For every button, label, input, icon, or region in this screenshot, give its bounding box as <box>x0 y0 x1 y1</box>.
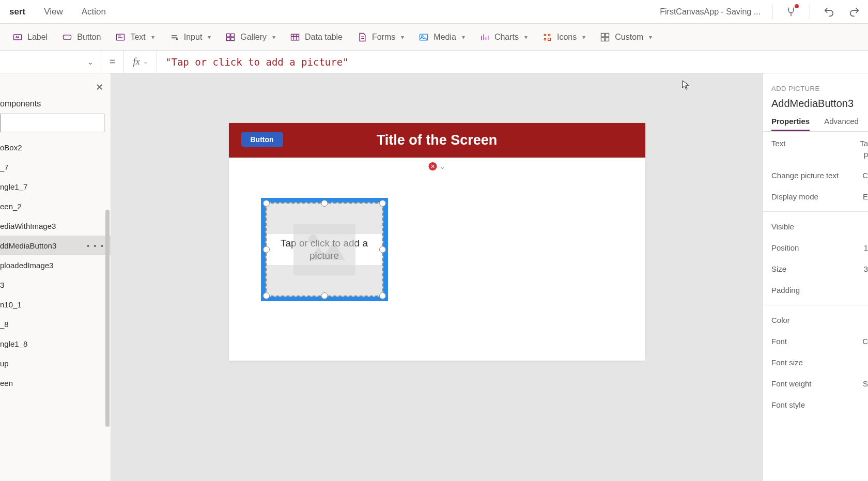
tree-item[interactable]: ngle1_8• • • <box>0 334 111 353</box>
prop-label: Display mode <box>771 192 818 201</box>
svg-rect-16 <box>601 37 605 41</box>
more-options-button[interactable]: • • • <box>87 241 104 250</box>
prop-display-mode[interactable]: Display mode E <box>771 186 868 207</box>
ribbon-datatable[interactable]: Data table <box>290 32 343 42</box>
tab-advanced[interactable]: Advanced <box>824 117 859 131</box>
ribbon-icons[interactable]: Icons ▾ <box>542 32 585 42</box>
svg-rect-4 <box>227 34 230 37</box>
tree-item[interactable]: n10_1• • • <box>0 294 111 314</box>
svg-rect-14 <box>601 33 605 37</box>
selection-frame[interactable]: Tap or click to add a picture <box>266 203 383 297</box>
chevron-down-icon: ⌄ <box>143 58 148 65</box>
app-checker-icon[interactable] <box>784 5 798 19</box>
control-name-label[interactable]: AddMediaButton3 <box>771 98 868 110</box>
resize-handle[interactable] <box>321 200 328 207</box>
prop-visible[interactable]: Visible <box>771 216 868 237</box>
prop-label: Change picture text <box>771 171 839 180</box>
tree-item[interactable]: 3• • • <box>0 275 111 294</box>
app-screen[interactable]: Button Title of the Screen ✕ ⌄ Tap or cl… <box>229 123 645 361</box>
prop-text-cont: p <box>771 150 868 165</box>
search-input[interactable] <box>0 114 104 132</box>
tree-item[interactable]: ediaWithImage3• • • <box>0 216 111 236</box>
tree-item[interactable]: een_2• • • <box>0 196 111 216</box>
prop-font-weight[interactable]: Font weight S <box>771 373 868 394</box>
ribbon-label-text: Charts <box>494 33 519 42</box>
ribbon-text[interactable]: Text ▾ <box>115 32 154 42</box>
chevron-down-icon: ▾ <box>582 34 585 41</box>
prop-font-size[interactable]: Font size <box>771 352 868 373</box>
tree-item[interactable]: een• • • <box>0 373 111 393</box>
svg-rect-6 <box>227 37 230 40</box>
resize-handle[interactable] <box>263 246 270 253</box>
prop-padding[interactable]: Padding <box>771 280 868 301</box>
tree-item[interactable]: ngle1_7• • • <box>0 177 111 196</box>
ribbon-label-text: Label <box>27 33 48 42</box>
notification-dot <box>795 4 799 8</box>
prop-label: Visible <box>771 222 794 231</box>
tree-item-label: ediaWithImage3 <box>0 222 56 230</box>
tab-view[interactable]: View <box>35 0 72 23</box>
app-status-text: FirstCanvasApp - Saving ... <box>660 7 761 17</box>
property-selector[interactable]: ⌄ <box>0 51 101 73</box>
ribbon-custom[interactable]: Custom ▾ <box>600 32 652 42</box>
tree-item[interactable]: oBox2• • • <box>0 137 111 157</box>
resize-handle[interactable] <box>379 246 386 253</box>
ribbon-input[interactable]: Input ▾ <box>169 32 211 42</box>
prop-font[interactable]: Font C <box>771 331 868 352</box>
tree-item[interactable]: _8• • • <box>0 314 111 334</box>
resize-handle[interactable] <box>379 292 386 299</box>
ribbon-label-text: Icons <box>557 33 577 42</box>
tree-item-label: n10_1 <box>0 300 22 309</box>
insert-ribbon: Label Button Text ▾ Input ▾ Gallery ▾ Da… <box>0 24 868 51</box>
svg-point-12 <box>549 34 550 36</box>
chevron-down-icon: ▾ <box>462 34 465 41</box>
panel-title: omponents <box>0 73 111 114</box>
ribbon-charts[interactable]: Charts ▾ <box>479 32 528 42</box>
ribbon-forms[interactable]: Forms ▾ <box>357 32 404 42</box>
scrollbar-thumb[interactable] <box>105 210 110 427</box>
resize-handle[interactable] <box>263 200 270 207</box>
prop-text[interactable]: Text Ta <box>771 132 868 150</box>
tree-item-label: een <box>0 379 13 387</box>
tree-item-label: oBox2 <box>0 143 22 152</box>
ribbon-button[interactable]: Button <box>62 32 101 42</box>
chevron-down-icon: ▾ <box>272 34 275 41</box>
fx-expand-button[interactable]: fx ⌄ <box>124 51 157 73</box>
properties-panel: ADD PICTURE AddMediaButton3 Properties A… <box>763 73 868 481</box>
tab-insert[interactable]: sert <box>0 0 35 23</box>
tab-properties[interactable]: Properties <box>771 117 810 131</box>
prop-value: C <box>862 171 868 180</box>
svg-point-20 <box>308 235 318 244</box>
header-button[interactable]: Button <box>241 132 283 147</box>
error-indicator[interactable]: ✕ ⌄ <box>428 162 445 170</box>
tree-item-label: ngle1_7 <box>0 182 27 191</box>
tab-action[interactable]: Action <box>72 0 115 23</box>
ribbon-label-text: Custom <box>615 33 643 42</box>
chevron-down-icon: ▾ <box>208 34 211 41</box>
resize-handle[interactable] <box>321 292 328 299</box>
tree-item[interactable]: up• • • <box>0 353 111 373</box>
tree-item[interactable]: _7• • • <box>0 157 111 177</box>
tree-item[interactable]: ddMediaButton3• • • <box>0 236 111 255</box>
ribbon-gallery[interactable]: Gallery ▾ <box>225 32 275 42</box>
svg-rect-5 <box>231 34 235 37</box>
text-icon <box>115 32 126 42</box>
ribbon-label[interactable]: Label <box>12 32 48 42</box>
formula-input[interactable]: "Tap or click to add a picture" <box>157 56 868 68</box>
close-panel-button[interactable]: ✕ <box>96 82 103 93</box>
prop-size[interactable]: Size 3 <box>771 258 868 280</box>
tree-item-label: _8 <box>0 320 9 329</box>
prop-change-picture-text[interactable]: Change picture text C <box>771 165 868 186</box>
svg-point-11 <box>544 34 546 36</box>
redo-button[interactable] <box>847 5 862 19</box>
ribbon-media[interactable]: Media ▾ <box>419 32 465 42</box>
prop-color[interactable]: Color <box>771 309 868 331</box>
prop-font-style[interactable]: Font style <box>771 394 868 415</box>
resize-handle[interactable] <box>263 292 270 299</box>
prop-position[interactable]: Position 1 <box>771 237 868 258</box>
undo-button[interactable] <box>822 5 836 19</box>
resize-handle[interactable] <box>379 200 386 207</box>
tree-item[interactable]: ploadedImage3• • • <box>0 255 111 275</box>
add-media-control[interactable]: Tap or click to add a picture <box>261 198 388 301</box>
canvas-area[interactable]: Button Title of the Screen ✕ ⌄ Tap or cl… <box>111 73 763 481</box>
